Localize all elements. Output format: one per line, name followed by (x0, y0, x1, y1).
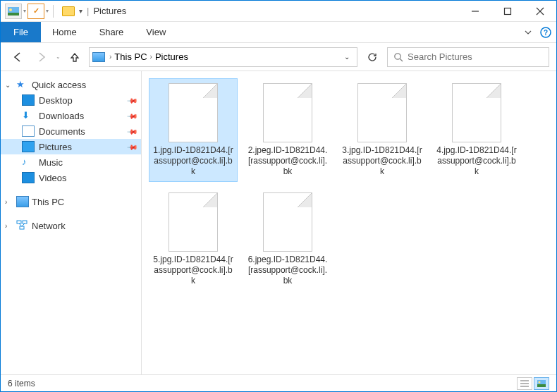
up-button[interactable] (65, 47, 85, 67)
refresh-button[interactable] (362, 47, 383, 67)
tab-view[interactable]: View (135, 22, 177, 42)
thumbnails-view-icon (537, 380, 546, 387)
view-thumbnails-button[interactable] (534, 377, 549, 390)
svg-rect-1 (8, 13, 19, 16)
back-button[interactable] (8, 47, 27, 67)
search-input[interactable] (408, 51, 543, 62)
sidebar-network[interactable]: › Network (1, 218, 141, 233)
pin-icon: 📌 (127, 141, 138, 152)
address-dropdown-button[interactable]: ⌄ (340, 53, 354, 61)
pictures-icon (22, 141, 35, 152)
file-name: 6.jpeg.ID-1D821D44.[rassupport@cock.li].… (247, 255, 329, 286)
forward-button[interactable] (32, 47, 51, 67)
svg-point-9 (395, 53, 400, 59)
qat-caret-icon[interactable]: ▾ (23, 8, 26, 14)
chevron-right-icon[interactable]: › (109, 53, 111, 61)
breadcrumb-root[interactable]: This PC › (114, 51, 152, 62)
sidebar-item-label: Desktop (39, 95, 73, 106)
breadcrumb-root-label: This PC (114, 51, 147, 62)
file-name: 3.jpg.ID-1D821D44.[rassupport@cock.li].b… (341, 145, 423, 177)
file-icon (169, 192, 218, 252)
quick-access-toolbar: ▾ ✓ ▾ (1, 4, 56, 19)
sidebar-item-pictures[interactable]: Pictures 📌 (1, 139, 141, 154)
breadcrumb-current[interactable]: Pictures (155, 51, 188, 62)
address-bar[interactable]: › This PC › Pictures ⌄ (89, 47, 357, 67)
sidebar-network-label: Network (32, 221, 66, 231)
close-button[interactable] (524, 1, 556, 22)
file-name: 1.jpg.ID-1D821D44.[rassupport@cock.li].b… (152, 145, 234, 177)
chevron-right-icon[interactable]: › (5, 198, 13, 206)
back-arrow-icon (12, 51, 23, 63)
sidebar-quick-access-label: Quick access (32, 80, 86, 90)
sidebar-item-label: Documents (39, 126, 85, 137)
sidebar-item-desktop[interactable]: Desktop 📌 (1, 92, 141, 108)
pin-icon: 📌 (127, 110, 138, 121)
file-item[interactable]: 4.jpg.ID-1D821D44.[rassupport@cock.li].b… (432, 78, 521, 182)
file-item[interactable]: 6.jpeg.ID-1D821D44.[rassupport@cock.li].… (243, 188, 332, 291)
file-item[interactable]: 2.jpeg.ID-1D821D44.[rassupport@cock.li].… (243, 78, 332, 182)
qat-separator (53, 5, 54, 18)
file-item[interactable]: 5.jpg.ID-1D821D44.[rassupport@cock.li].b… (149, 188, 238, 291)
sidebar-item-downloads[interactable]: ⬇ Downloads 📌 (1, 108, 141, 123)
tab-share[interactable]: Share (88, 22, 135, 42)
file-menu[interactable]: File (1, 22, 41, 42)
qat-caret2-icon[interactable]: ▾ (46, 8, 49, 14)
properties-check-icon[interactable]: ✓ (27, 4, 44, 19)
close-icon (536, 7, 544, 16)
window-controls (459, 1, 556, 22)
file-icon (357, 83, 407, 142)
maximize-button[interactable] (491, 1, 524, 22)
navbar: ⌄ › This PC › Pictures ⌄ (1, 43, 556, 71)
folder-icon (62, 6, 75, 16)
history-caret-icon[interactable]: ⌄ (56, 54, 61, 60)
sidebar-item-documents[interactable]: Documents 📌 (1, 123, 141, 139)
sidebar-this-pc-label: This PC (32, 197, 64, 207)
pc-icon (16, 196, 29, 207)
titlebar: ▾ ✓ ▾ ▾ | Pictures (1, 1, 556, 22)
sidebar-item-label: Music (39, 157, 63, 168)
forward-arrow-icon (36, 51, 47, 63)
downloads-icon: ⬇ (22, 110, 35, 121)
ribbon-expand-button[interactable] (521, 22, 535, 42)
view-details-button[interactable] (517, 377, 532, 390)
tab-home[interactable]: Home (41, 22, 88, 42)
search-box[interactable] (387, 47, 549, 67)
pc-icon (92, 52, 105, 62)
minimize-button[interactable] (459, 1, 491, 22)
svg-point-21 (539, 381, 541, 383)
file-name: 4.jpg.ID-1D821D44.[rassupport@cock.li].b… (436, 145, 518, 177)
file-item[interactable]: 1.jpg.ID-1D821D44.[rassupport@cock.li].b… (149, 78, 238, 182)
file-item[interactable]: 3.jpg.ID-1D821D44.[rassupport@cock.li].b… (338, 78, 427, 182)
svg-text:?: ? (544, 29, 548, 37)
details-view-icon (520, 380, 529, 387)
svg-point-2 (9, 8, 12, 11)
file-icon (263, 192, 312, 252)
sidebar-item-label: Videos (39, 173, 67, 183)
svg-rect-4 (505, 8, 511, 14)
window-title-text: Pictures (93, 6, 126, 16)
title-caret-icon[interactable]: ▾ (79, 7, 82, 15)
sidebar-this-pc[interactable]: › This PC (1, 194, 141, 209)
file-list[interactable]: 1.jpg.ID-1D821D44.[rassupport@cock.li].b… (142, 71, 556, 374)
landscape-icon (8, 7, 19, 16)
chevron-right-icon[interactable]: › (150, 53, 152, 61)
network-icon (16, 220, 29, 231)
svg-rect-20 (537, 384, 546, 387)
file-icon (263, 83, 312, 142)
svg-line-15 (22, 223, 25, 226)
help-button[interactable]: ? (535, 22, 556, 42)
view-switcher (517, 377, 549, 390)
sidebar-item-videos[interactable]: Videos (1, 170, 141, 185)
chevron-down-icon[interactable]: ⌄ (5, 81, 13, 89)
sidebar-item-label: Pictures (39, 142, 72, 152)
documents-icon (22, 125, 35, 137)
chevron-down-icon (525, 29, 532, 36)
sidebar-item-music[interactable]: ♪ Music (1, 154, 141, 170)
chevron-right-icon[interactable]: › (5, 222, 13, 230)
pin-icon: 📌 (127, 125, 138, 137)
title-separator: | (87, 6, 89, 16)
breadcrumb-current-label: Pictures (155, 51, 188, 62)
search-icon (393, 52, 403, 62)
sidebar-quick-access[interactable]: ⌄ ★ Quick access (1, 77, 141, 92)
explorer-app-icon[interactable] (5, 4, 22, 19)
